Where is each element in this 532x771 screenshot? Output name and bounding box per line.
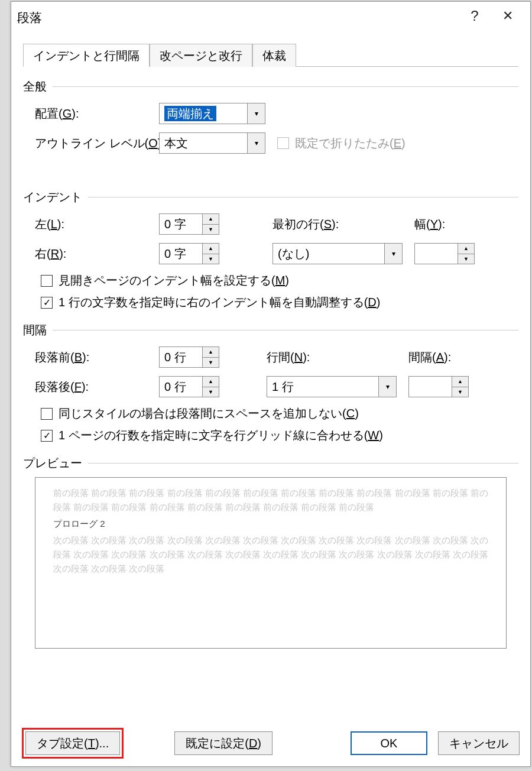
dialog-body: インデントと行間隔 改ページと改行 体裁 全般 配置(G): 両端揃え ▾ アウ… [11,43,530,649]
close-icon[interactable]: ✕ [491,8,524,24]
titlebar: 段落 ? ✕ [11,2,530,30]
before-value: 0 行 [160,347,202,367]
left-spinner[interactable]: 0 字 ▲▼ [159,213,219,235]
label-before: 段落前(B): [35,349,159,365]
up-icon[interactable]: ▲ [203,347,219,358]
dialog-footer: タブ設定(T)... 既定に設定(D) OK キャンセル [11,727,530,759]
row-before: 段落前(B): 0 行 ▲▼ 行間(N): 間隔(A): [35,346,518,368]
mirror-checkbox-row[interactable]: 見開きページのインデント幅を設定する(M) [41,273,518,289]
nosame-checkbox[interactable] [41,408,53,420]
label-by: 幅(Y): [414,216,445,232]
by-spinner[interactable]: ▲▼ [414,243,475,264]
chevron-down-icon: ▾ [378,377,396,397]
set-default-button[interactable]: 既定に設定(D) [174,731,273,755]
by-value [415,244,458,264]
mirror-checkbox[interactable] [41,275,53,287]
chevron-down-icon: ▾ [247,103,265,124]
down-icon[interactable]: ▼ [203,254,219,264]
right-value: 0 字 [160,244,202,264]
left-value: 0 字 [160,214,202,234]
label-collapse: 既定で折りたたみ(E) [295,135,406,151]
label-mirror: 見開きページのインデント幅を設定する(M) [59,273,289,289]
right-spinner[interactable]: 0 字 ▲▼ [159,243,219,264]
up-icon[interactable]: ▲ [458,244,474,254]
down-icon[interactable]: ▼ [203,387,219,397]
section-preview: プレビュー [23,455,518,471]
section-spacing: 間隔 [23,322,518,338]
at-spinner[interactable]: ▲▼ [408,376,469,397]
collapse-checkbox [277,137,289,149]
outline-value: 本文 [160,133,247,153]
label-autoright: 1 行の文字数を指定時に右のインデント幅を自動調整する(D) [59,294,380,310]
preview-sample: プロローグ 2 [53,517,488,531]
after-value: 0 行 [160,377,202,397]
help-icon[interactable]: ? [458,8,491,24]
label-at: 間隔(A): [408,349,451,365]
label-firstline: 最初の行(S): [273,216,385,232]
autoright-checkbox-row[interactable]: ✓ 1 行の文字数を指定時に右のインデント幅を自動調整する(D) [41,294,518,310]
tab-strip: インデントと行間隔 改ページと改行 体裁 [23,43,518,67]
label-alignment: 配置(G): [35,106,159,122]
label-right: 右(R): [35,246,159,262]
snap-checkbox[interactable]: ✓ [41,430,53,442]
row-outline: アウトライン レベル(O): 本文 ▾ 既定で折りたたみ(E) [35,132,518,154]
label-after: 段落後(F): [35,379,159,395]
down-icon[interactable]: ▼ [452,387,468,397]
preview-pane: 前の段落 前の段落 前の段落 前の段落 前の段落 前の段落 前の段落 前の段落 … [35,477,507,649]
tab-page-break[interactable]: 改ページと改行 [150,44,252,67]
section-general: 全般 [23,79,518,95]
row-indent-left: 左(L): 0 字 ▲▼ 最初の行(S): 幅(Y): [35,213,518,235]
chevron-down-icon: ▾ [384,244,402,264]
linespace-value: 1 行 [267,377,378,397]
autoright-checkbox[interactable]: ✓ [41,297,53,309]
cancel-button[interactable]: キャンセル [438,731,520,755]
label-snap: 1 ページの行数を指定時に文字を行グリッド線に合わせる(W) [59,427,383,443]
dialog-title: 段落 [17,6,458,26]
row-alignment: 配置(G): 両端揃え ▾ [35,103,518,124]
row-after: 段落後(F): 0 行 ▲▼ 1 行 ▾ ▲▼ [35,376,518,397]
up-icon[interactable]: ▲ [203,214,219,225]
down-icon[interactable]: ▼ [458,254,474,264]
at-value [409,377,452,397]
down-icon[interactable]: ▼ [203,358,219,368]
tabs-button[interactable]: タブ設定(T)... [25,731,120,755]
paragraph-dialog: 段落 ? ✕ インデントと行間隔 改ページと改行 体裁 全般 配置(G): 両端… [11,1,531,767]
label-linespace: 行間(N): [267,349,379,365]
preview-next: 次の段落 次の段落 次の段落 次の段落 次の段落 次の段落 次の段落 次の段落 … [53,533,488,576]
down-icon[interactable]: ▼ [203,225,219,235]
label-outline: アウトライン レベル(O): [35,135,177,151]
outline-combo[interactable]: 本文 ▾ [159,132,265,154]
row-indent-right: 右(R): 0 字 ▲▼ (なし) ▾ ▲▼ [35,243,518,264]
nosame-checkbox-row[interactable]: 同じスタイルの場合は段落間にスペースを追加しない(C) [41,406,518,422]
before-spinner[interactable]: 0 行 ▲▼ [159,346,219,368]
section-indent: インデント [23,189,518,205]
up-icon[interactable]: ▲ [203,377,219,387]
preview-prev: 前の段落 前の段落 前の段落 前の段落 前の段落 前の段落 前の段落 前の段落 … [53,486,488,514]
firstline-value: (なし) [273,244,384,264]
after-spinner[interactable]: 0 行 ▲▼ [159,376,219,397]
label-left: 左(L): [35,216,159,232]
firstline-combo[interactable]: (なし) ▾ [273,243,403,264]
alignment-value: 両端揃え [164,106,216,121]
snap-checkbox-row[interactable]: ✓ 1 ページの行数を指定時に文字を行グリッド線に合わせる(W) [41,427,518,443]
ok-button[interactable]: OK [351,731,427,755]
chevron-down-icon: ▾ [247,133,265,153]
tabs-button-highlight: タブ設定(T)... [22,728,124,759]
tab-indent-spacing[interactable]: インデントと行間隔 [23,44,150,67]
up-icon[interactable]: ▲ [452,377,468,387]
up-icon[interactable]: ▲ [203,244,219,254]
linespace-combo[interactable]: 1 行 ▾ [267,376,397,397]
alignment-combo[interactable]: 両端揃え ▾ [159,103,265,124]
label-nosame: 同じスタイルの場合は段落間にスペースを追加しない(C) [59,406,359,422]
tab-asian-typo[interactable]: 体裁 [252,44,296,67]
